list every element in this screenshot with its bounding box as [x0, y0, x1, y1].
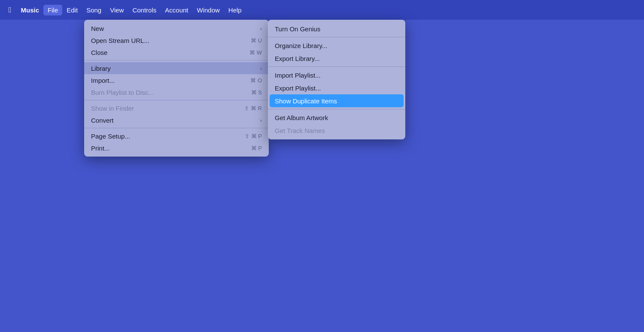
library-sep-1	[268, 37, 405, 37]
help-menu-item[interactable]: Help	[224, 5, 246, 15]
menu-item-show-duplicate[interactable]: Show Duplicate Items	[270, 94, 404, 107]
submenu-arrow-new: ›	[260, 25, 262, 32]
menu-item-library[interactable]: Library ›	[84, 62, 269, 74]
separator-2	[84, 100, 269, 100]
file-menu-dropdown: New › Open Stream URL... ⌘ U Close ⌘ W L…	[84, 20, 269, 157]
submenu-arrow-convert: ›	[260, 117, 262, 124]
menu-item-burn[interactable]: Burn Playlist to Disc... ⌘ S	[84, 86, 269, 98]
menu-item-export-playlist[interactable]: Export Playlist...	[268, 81, 405, 94]
menu-item-turn-on-genius[interactable]: Turn On Genius	[268, 22, 405, 35]
menu-item-open-stream[interactable]: Open Stream URL... ⌘ U	[84, 34, 269, 46]
apple-menu-item[interactable]: 	[3, 4, 17, 16]
menu-item-convert[interactable]: Convert ›	[84, 114, 269, 126]
file-menu-item[interactable]: File	[43, 5, 62, 15]
library-sep-2	[268, 66, 405, 67]
song-menu-item[interactable]: Song	[82, 5, 106, 15]
view-menu-item[interactable]: View	[106, 5, 128, 15]
account-menu-item[interactable]: Account	[161, 5, 192, 15]
menu-item-get-track-names[interactable]: Get Track Names	[268, 124, 405, 137]
menu-item-organize-library[interactable]: Organize Library...	[268, 39, 405, 52]
controls-menu-item[interactable]: Controls	[128, 5, 161, 15]
menu-item-export-library[interactable]: Export Library...	[268, 52, 405, 65]
separator-3	[84, 128, 269, 128]
menu-item-page-setup[interactable]: Page Setup... ⇧ ⌘ P	[84, 130, 269, 142]
menu-item-show-in-finder[interactable]: Show in Finder ⇧ ⌘ R	[84, 102, 269, 114]
menu-item-import-playlist[interactable]: Import Playlist...	[268, 69, 405, 81]
window-menu-item[interactable]: Window	[192, 5, 224, 15]
menu-item-print[interactable]: Print... ⌘ P	[84, 142, 269, 154]
menu-item-close[interactable]: Close ⌘ W	[84, 46, 269, 58]
submenu-arrow-library: ›	[260, 65, 262, 72]
music-menu-item[interactable]: Music	[17, 5, 44, 15]
separator-1	[84, 60, 269, 60]
library-submenu-dropdown: Turn On Genius Organize Library... Expor…	[268, 20, 405, 139]
menu-item-get-album-artwork[interactable]: Get Album Artwork	[268, 111, 405, 124]
library-sep-3	[268, 109, 405, 109]
menu-item-import[interactable]: Import... ⌘ O	[84, 74, 269, 86]
menubar:  Music File Edit Song View Controls Acc…	[0, 0, 644, 20]
menu-item-new[interactable]: New ›	[84, 22, 269, 34]
edit-menu-item[interactable]: Edit	[62, 5, 82, 15]
